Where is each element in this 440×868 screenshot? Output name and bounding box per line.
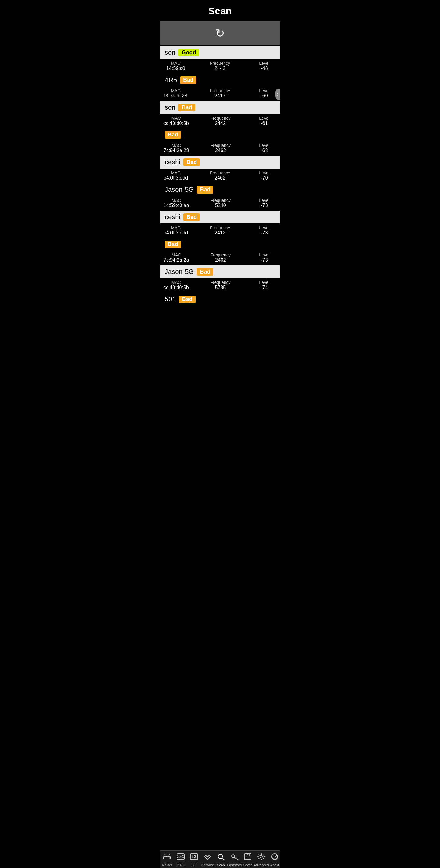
network-detail-row: MAC14:59:c0Frequency2442Level-48: [160, 59, 280, 73]
frequency-cell: Frequency2462: [208, 170, 232, 181]
frequency-value: 5240: [215, 203, 226, 208]
network-detail-row: MACb4:0f:3b:ddFrequency2462Level-70: [160, 168, 280, 183]
network-name-row[interactable]: 4R5Bad: [160, 73, 280, 86]
level-cell: Level-74: [252, 280, 276, 290]
network-detail-row: MACcc:40:d0:5bFrequency2442Level-61: [160, 114, 280, 128]
network-badge: Bad: [197, 186, 213, 193]
mac-label: MAC: [171, 170, 180, 175]
network-detail-row: MACb4:0f:3b:ddFrequency2412Level-73: [160, 223, 280, 238]
mac-cell: MACb4:0f:3b:dd: [164, 170, 188, 181]
network-name: ceshi: [165, 158, 180, 166]
network-name-row[interactable]: Bad: [160, 238, 280, 251]
level-value: -73: [261, 203, 268, 208]
mac-value: f8:e4:fb:28: [164, 93, 187, 99]
frequency-cell: Frequency2442: [208, 61, 232, 71]
level-cell: Level-48: [252, 61, 276, 71]
level-label: Level: [259, 225, 269, 230]
level-label: Level: [259, 280, 269, 285]
level-label: Level: [259, 198, 269, 203]
network-badge: Bad: [165, 241, 181, 248]
mac-label: MAC: [171, 198, 181, 203]
frequency-value: 2462: [214, 175, 226, 181]
level-label: Level: [259, 61, 269, 66]
network-name-row[interactable]: Jason-5GBad: [160, 183, 280, 196]
mac-cell: MAC7c:94:2a:29: [164, 143, 189, 153]
mac-label: MAC: [171, 61, 180, 66]
mac-cell: MAC14:59:c0:aa: [164, 198, 189, 208]
frequency-label: Frequency: [210, 116, 230, 121]
frequency-cell: Frequency2417: [208, 88, 232, 99]
network-name-row[interactable]: ceshiBad: [160, 211, 280, 223]
level-label: Level: [259, 252, 269, 257]
network-badge: Bad: [180, 76, 197, 84]
network-detail-row: MAC7c:94:2a:29Frequency2462Level-68: [160, 141, 280, 156]
frequency-label: Frequency: [210, 252, 231, 257]
mac-value: 7c:94:2a:2a: [164, 257, 189, 263]
network-list: sonGoodMAC14:59:c0Frequency2442Level-484…: [160, 46, 280, 306]
level-value: -73: [261, 257, 268, 263]
level-value: -60: [261, 93, 268, 99]
frequency-value: 2417: [214, 93, 226, 99]
frequency-label: Frequency: [210, 280, 230, 285]
network-name: son: [165, 103, 175, 112]
frequency-cell: Frequency2412: [208, 225, 232, 236]
network-badge: Good: [178, 49, 199, 57]
frequency-cell: Frequency5240: [208, 198, 233, 208]
refresh-button[interactable]: ↻: [160, 21, 280, 45]
network-name: 4R5: [165, 76, 177, 84]
frequency-value: 2442: [215, 121, 226, 126]
frequency-cell: Frequency2462: [208, 252, 233, 263]
network-detail-row: MACf8:e4:fb:28Frequency2417Level-60: [160, 86, 280, 101]
level-cell: Level-73: [252, 198, 276, 208]
mac-label: MAC: [171, 116, 181, 121]
frequency-cell: Frequency2442: [208, 116, 233, 126]
network-name-row[interactable]: Jason-5GBad: [160, 265, 280, 278]
network-name: ceshi: [165, 213, 180, 221]
frequency-value: 5785: [215, 285, 226, 290]
scroll-indicator: ‹: [275, 89, 280, 100]
mac-value: 7c:94:2a:29: [164, 148, 189, 153]
level-cell: Level-60: [252, 88, 276, 99]
mac-label: MAC: [171, 252, 181, 257]
mac-label: MAC: [171, 143, 181, 148]
network-name-row[interactable]: Bad: [160, 128, 280, 141]
mac-cell: MACcc:40:d0:5b: [164, 280, 189, 290]
mac-value: b4:0f:3b:dd: [164, 230, 188, 236]
frequency-label: Frequency: [210, 88, 230, 93]
mac-value: b4:0f:3b:dd: [164, 175, 188, 181]
network-name-row[interactable]: sonGood: [160, 46, 280, 59]
frequency-label: Frequency: [210, 61, 230, 66]
mac-cell: MACf8:e4:fb:28: [164, 88, 188, 99]
frequency-cell: Frequency5785: [208, 280, 233, 290]
level-cell: Level-68: [252, 143, 276, 153]
frequency-label: Frequency: [210, 198, 231, 203]
network-detail-row: MAC14:59:c0:aaFrequency5240Level-73: [160, 196, 280, 211]
network-detail-row: MACcc:40:d0:5bFrequency5785Level-74: [160, 278, 280, 293]
network-name-row[interactable]: ceshiBad: [160, 156, 280, 168]
level-label: Level: [259, 88, 269, 93]
level-value: -70: [261, 175, 268, 181]
network-name-row[interactable]: sonBad: [160, 101, 280, 114]
network-badge: Bad: [165, 131, 181, 138]
network-badge: Bad: [178, 104, 195, 112]
frequency-value: 2442: [214, 66, 226, 71]
mac-label: MAC: [171, 280, 181, 285]
network-badge: Bad: [197, 268, 213, 276]
level-value: -61: [261, 121, 268, 126]
level-value: -74: [261, 285, 268, 290]
network-name-row[interactable]: 501Bad: [160, 293, 280, 306]
level-cell: Level-73: [252, 225, 276, 236]
refresh-icon: ↻: [215, 27, 225, 40]
network-badge: Bad: [183, 213, 200, 221]
level-value: -48: [261, 66, 268, 71]
page-title: Scan: [160, 0, 280, 21]
level-cell: Level-73: [252, 252, 276, 263]
mac-value: 14:59:c0: [166, 66, 185, 71]
frequency-value: 2462: [215, 257, 226, 263]
level-value: -68: [261, 148, 268, 153]
level-value: -73: [261, 230, 268, 236]
level-label: Level: [259, 170, 269, 175]
level-label: Level: [259, 143, 269, 148]
network-name: son: [165, 49, 175, 57]
frequency-label: Frequency: [210, 143, 231, 148]
